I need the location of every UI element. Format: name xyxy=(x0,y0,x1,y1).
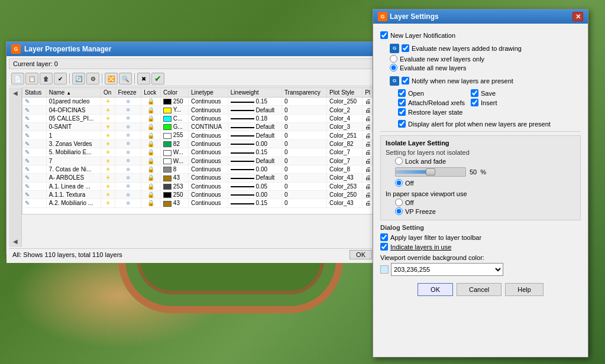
off-radio[interactable] xyxy=(395,179,403,187)
new-layer-button[interactable]: 📄 xyxy=(11,73,24,84)
lpm-inner: ◀ ◀ Status Name ▲ On Freeze Lock Color L… xyxy=(9,87,376,247)
vp-freeze-radio-row: VP Freeze xyxy=(395,207,575,215)
vp-off-radio[interactable] xyxy=(395,199,403,206)
sidebar-arrow-up[interactable]: ◀ xyxy=(13,90,18,96)
insert-checkbox[interactable] xyxy=(471,99,478,106)
cell-on: ☀ xyxy=(101,131,115,139)
cell-status: ✎ xyxy=(22,106,46,114)
layer-row[interactable]: ✎ 05 CALLES_PI... ☀ ❄ 🔒 C... Continuous … xyxy=(22,114,375,122)
cell-freeze: ❄ xyxy=(115,106,141,114)
attach-checkbox[interactable] xyxy=(398,99,406,106)
ls-ok-button[interactable]: OK xyxy=(418,283,453,296)
col-transparency[interactable]: Transparency xyxy=(282,88,326,98)
cell-color: C... xyxy=(161,114,189,122)
cell-freeze: ❄ xyxy=(115,190,141,199)
delete-layer-button[interactable]: 🗑 xyxy=(40,73,53,84)
delete-btn2[interactable]: ✖ xyxy=(137,73,150,84)
cell-transparency: 0 xyxy=(282,190,326,199)
lpm-body: Current layer: 0 📄 📋 🗑 ✔ 🔄 ⚙ 🔀 🔍 ✖ ✔ ◀ ◀ xyxy=(7,56,378,263)
layer-row[interactable]: ✎ A- ARBOLES ☀ ❄ 🔒 43 Continuous Default… xyxy=(22,174,375,182)
notify-checkbox[interactable] xyxy=(402,77,409,84)
col-linetype[interactable]: Linetype xyxy=(188,88,228,98)
layer-row[interactable]: ✎ 3. Zonas Verdes ☀ ❄ 🔒 82 Continuous 0.… xyxy=(22,139,375,148)
layer-row[interactable]: ✎ 5. Mobiliario E... ☀ ❄ 🔒 W... Continuo… xyxy=(22,148,375,157)
slider-thumb[interactable] xyxy=(426,168,435,176)
cell-lock: 🔒 xyxy=(141,106,161,114)
cell-lineweight: 0.15 xyxy=(228,148,282,157)
cell-lineweight: Default xyxy=(228,106,282,114)
refresh-button[interactable]: 🔄 xyxy=(72,73,85,84)
layer-row[interactable]: ✎ 1 ☀ ❄ 🔒 255 Continuous Default 0 Color… xyxy=(22,131,375,139)
lpm-ok-button[interactable]: OK xyxy=(350,250,372,259)
evaluate-all-radio[interactable] xyxy=(390,64,397,72)
layer-row[interactable]: ✎ 04-OFICINAS ☀ ❄ 🔒 Y... Continuous Defa… xyxy=(22,106,375,114)
evaluate-header-row: G Evaluate new layers added to drawing xyxy=(390,43,581,54)
layer-row[interactable]: ✎ 7 ☀ ❄ 🔒 W... Continuous Default 0 Colo… xyxy=(22,157,375,165)
col-status[interactable]: Status xyxy=(22,88,46,98)
lpm-status-bar: All: Shows 110 layers, total 110 layers … xyxy=(9,248,376,261)
col-freeze[interactable]: Freeze xyxy=(115,88,141,98)
indicate-layers-checkbox[interactable] xyxy=(380,243,388,251)
col-color[interactable]: Color xyxy=(161,88,189,98)
display-alert-label: Display alert for plot when new layers a… xyxy=(408,121,551,128)
new-layer-vp-button[interactable]: 📋 xyxy=(25,73,38,84)
layer-row[interactable]: ✎ 0-SANIT ☀ ❄ 🔒 G... CONTINUA Default 0 … xyxy=(22,123,375,131)
evaluate-new-layers-checkbox[interactable] xyxy=(402,44,409,52)
viewport-color-select[interactable]: 203,236,255 xyxy=(391,263,503,276)
off-radio-row: Off xyxy=(395,179,575,187)
col-lineweight[interactable]: Lineweight xyxy=(228,88,282,98)
cell-linetype: Continuous xyxy=(188,131,228,139)
off-label: Off xyxy=(405,180,413,187)
col-on[interactable]: On xyxy=(101,88,115,98)
cell-lineweight: 0.00 xyxy=(228,139,282,148)
cell-status: ✎ xyxy=(22,182,46,190)
evaluate-xref-radio[interactable] xyxy=(390,55,397,63)
layer-row[interactable]: ✎ 01pared nucleo ☀ ❄ 🔒 250 Continuous 0.… xyxy=(22,98,375,106)
cell-plot-style: Color_7 xyxy=(327,148,363,157)
sidebar-arrow-down[interactable]: ◀ xyxy=(13,238,18,245)
display-alert-checkbox[interactable] xyxy=(398,120,406,128)
save-checkbox[interactable] xyxy=(471,89,478,97)
viewport-override-row: Viewport override background color: 203,… xyxy=(380,254,581,276)
ls-help-button[interactable]: Help xyxy=(505,283,543,296)
layer-row[interactable]: ✎ A.2. Mobiliario ... ☀ ❄ 🔒 43 Continuou… xyxy=(22,199,375,207)
layer-row[interactable]: ✎ A.1.1. Textura ☀ ❄ 🔒 250 Continuous 0.… xyxy=(22,190,375,199)
save-label: Save xyxy=(481,90,496,97)
cell-on: ☀ xyxy=(101,139,115,148)
settings-button[interactable]: ⚙ xyxy=(86,73,99,84)
col-lock[interactable]: Lock xyxy=(141,88,161,98)
layer-table-container[interactable]: Status Name ▲ On Freeze Lock Color Linet… xyxy=(22,87,376,214)
restore-label: Restore layer state xyxy=(408,109,462,116)
ls-close-button[interactable]: ✕ xyxy=(572,12,583,21)
layer-row[interactable]: ✎ A.1. Linea de ... ☀ ❄ 🔒 253 Continuous… xyxy=(22,182,375,190)
lock-fade-radio[interactable] xyxy=(395,157,403,165)
vp-freeze-radio[interactable] xyxy=(395,207,403,215)
cell-linetype: Continuous xyxy=(188,182,228,190)
cell-on: ☀ xyxy=(101,98,115,106)
cell-plot-style: Color_43 xyxy=(327,199,363,207)
cell-linetype: Continuous xyxy=(188,148,228,157)
match-button[interactable]: 🔀 xyxy=(105,73,118,84)
apply-filter-checkbox[interactable] xyxy=(380,233,388,241)
cell-name: A.2. Mobiliario ... xyxy=(46,199,101,207)
layer-row[interactable]: ✎ 7. Cotas de Ni... ☀ ❄ 🔒 8 Continuous 0… xyxy=(22,165,375,173)
col-plot-style[interactable]: Plot Style xyxy=(327,88,363,98)
toolbar-sep1 xyxy=(69,73,70,84)
col-name[interactable]: Name ▲ xyxy=(46,88,101,98)
cell-transparency: 0 xyxy=(282,182,326,190)
restore-checkbox[interactable] xyxy=(398,108,406,116)
ls-cancel-button[interactable]: Cancel xyxy=(457,283,502,296)
filter-button[interactable]: 🔍 xyxy=(119,73,132,84)
current-layer-label: Current layer: 0 xyxy=(13,60,58,67)
cell-name: 04-OFICINAS xyxy=(46,106,101,114)
new-layer-notification-checkbox[interactable] xyxy=(380,31,388,39)
open-checkbox[interactable] xyxy=(398,89,406,97)
cell-color: 82 xyxy=(161,139,189,148)
cell-lineweight: 0.15 xyxy=(228,98,282,106)
layer-table-body: ✎ 01pared nucleo ☀ ❄ 🔒 250 Continuous 0.… xyxy=(22,98,375,208)
set-current-button[interactable]: ✔ xyxy=(54,73,67,84)
cell-name: A- ARBOLES xyxy=(46,174,101,182)
ok-checkmark[interactable]: ✔ xyxy=(151,73,164,84)
cell-plot-style: Color_250 xyxy=(327,190,363,199)
evaluate-icon: G xyxy=(390,44,399,53)
